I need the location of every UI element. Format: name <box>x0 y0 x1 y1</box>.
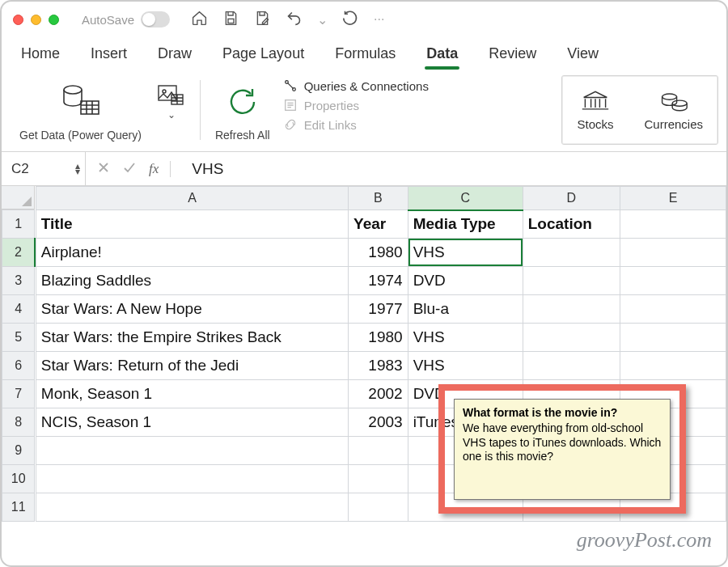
stocks-datatype-button[interactable]: Stocks <box>577 90 613 131</box>
select-all-corner[interactable] <box>2 186 35 209</box>
coins-icon <box>659 90 688 112</box>
autosave-toggle[interactable] <box>141 11 170 28</box>
formula-bar-row: C2 ▴▾ fx VHS <box>2 152 726 186</box>
watermark-text: groovyPost.com <box>577 528 712 552</box>
row-header-11[interactable]: 11 <box>2 493 35 522</box>
row-header-7[interactable]: 7 <box>2 380 35 408</box>
row-header-9[interactable]: 9 <box>2 437 35 465</box>
cell-A11[interactable] <box>36 493 348 522</box>
cell-C6[interactable]: VHS <box>408 352 523 380</box>
cell-A6[interactable]: Star Wars: Return of the Jedi <box>36 352 348 380</box>
currencies-datatype-button[interactable]: Currencies <box>644 90 703 131</box>
cell-E2[interactable] <box>620 239 726 267</box>
row-header-5[interactable]: 5 <box>2 324 35 352</box>
cell-B3[interactable]: 1974 <box>349 267 408 295</box>
row-header-10[interactable]: 10 <box>2 465 35 493</box>
cell-A3[interactable]: Blazing Saddles <box>36 267 348 295</box>
cell-A9[interactable] <box>36 437 348 465</box>
cell-E1[interactable] <box>620 210 726 239</box>
cell-A7[interactable]: Monk, Season 1 <box>36 380 348 408</box>
cell-A1[interactable]: Title <box>36 210 348 239</box>
cell-B2[interactable]: 1980 <box>349 239 408 267</box>
row-header-3[interactable]: 3 <box>2 267 35 295</box>
cell-B11[interactable] <box>349 493 408 522</box>
cell-A10[interactable] <box>36 465 348 493</box>
refresh-all-label: Refresh All <box>215 129 270 142</box>
col-header-A[interactable]: A <box>36 187 348 210</box>
edit-links-label: Edit Links <box>304 118 357 132</box>
cell-D1[interactable]: Location <box>523 210 620 239</box>
quick-access-toolbar: ⌄ ··· <box>191 10 384 30</box>
tab-home[interactable]: Home <box>19 42 61 66</box>
queries-connections-button[interactable]: Queries & Connections <box>283 78 429 93</box>
row-header-8[interactable]: 8 <box>2 408 35 437</box>
tab-view[interactable]: View <box>565 42 600 66</box>
tab-review[interactable]: Review <box>487 42 538 66</box>
minimize-window-button[interactable] <box>31 15 41 25</box>
enter-formula-icon[interactable] <box>123 161 136 177</box>
redo-icon[interactable] <box>342 10 359 30</box>
maximize-window-button[interactable] <box>49 15 59 25</box>
insert-function-icon[interactable]: fx <box>149 161 171 177</box>
cell-B1[interactable]: Year <box>349 210 408 239</box>
name-box[interactable]: C2 ▴▾ <box>2 152 86 186</box>
row-header-6[interactable]: 6 <box>2 352 35 380</box>
undo-dropdown-icon[interactable]: ⌄ <box>317 12 328 28</box>
col-header-D[interactable]: D <box>523 187 620 210</box>
tab-insert[interactable]: Insert <box>89 42 129 66</box>
cell-B5[interactable]: 1980 <box>349 324 408 352</box>
properties-label: Properties <box>304 99 359 112</box>
col-header-E[interactable]: E <box>620 187 726 210</box>
cell-C5[interactable]: VHS <box>408 324 523 352</box>
tab-formulas[interactable]: Formulas <box>333 42 397 66</box>
cell-A8[interactable]: NCIS, Season 1 <box>36 408 348 437</box>
cell-B4[interactable]: 1977 <box>349 295 408 324</box>
cell-C4[interactable]: Blu-a <box>408 295 523 324</box>
formula-bar-input[interactable]: VHS <box>182 160 726 178</box>
cell-B7[interactable]: 2002 <box>349 380 408 408</box>
tab-data[interactable]: Data <box>425 42 459 66</box>
cell-B6[interactable]: 1983 <box>349 352 408 380</box>
cell-C3[interactable]: DVD <box>408 267 523 295</box>
cell-D3[interactable] <box>523 267 620 295</box>
home-icon[interactable] <box>191 10 208 30</box>
col-header-C[interactable]: C <box>408 187 523 210</box>
refresh-all-button[interactable]: Refresh All <box>207 75 278 145</box>
row-header-2[interactable]: 2 <box>2 239 35 267</box>
save-icon[interactable] <box>222 10 239 30</box>
cancel-formula-icon[interactable] <box>97 161 110 177</box>
cell-D4[interactable] <box>523 295 620 324</box>
row-header-1[interactable]: 1 <box>2 210 35 239</box>
tab-draw[interactable]: Draw <box>156 42 193 66</box>
cell-C1[interactable]: Media Type <box>408 210 523 239</box>
save-as-icon[interactable] <box>254 10 271 30</box>
cell-A5[interactable]: Star Wars: the Empire Strikes Back <box>36 324 348 352</box>
cell-C2[interactable]: VHS <box>408 239 523 267</box>
undo-icon[interactable] <box>286 10 303 30</box>
cell-D2[interactable] <box>523 239 620 267</box>
cell-A4[interactable]: Star Wars: A New Hope <box>36 295 348 324</box>
tab-page-layout[interactable]: Page Layout <box>221 42 306 66</box>
ribbon-tabs: Home Insert Draw Page Layout Formulas Da… <box>2 37 726 72</box>
cell-B8[interactable]: 2003 <box>349 408 408 437</box>
window-controls <box>13 15 59 25</box>
from-picture-button[interactable]: ⌄ <box>150 75 193 145</box>
cell-E6[interactable] <box>620 352 726 380</box>
row-header-4[interactable]: 4 <box>2 295 35 324</box>
currencies-label: Currencies <box>644 117 703 131</box>
cell-B9[interactable] <box>349 437 408 465</box>
get-data-button[interactable]: Get Data (Power Query) <box>11 75 150 145</box>
chevron-down-icon: ⌄ <box>167 109 176 121</box>
cell-D6[interactable] <box>523 352 620 380</box>
cell-E4[interactable] <box>620 295 726 324</box>
cell-A2[interactable]: Airplane! <box>36 239 348 267</box>
more-icon[interactable]: ··· <box>374 12 384 27</box>
col-header-B[interactable]: B <box>349 187 408 210</box>
svg-rect-2 <box>81 101 99 114</box>
cell-E3[interactable] <box>620 267 726 295</box>
cell-D5[interactable] <box>523 324 620 352</box>
name-box-stepper[interactable]: ▴▾ <box>75 163 80 174</box>
close-window-button[interactable] <box>13 15 23 25</box>
cell-E5[interactable] <box>620 324 726 352</box>
cell-B10[interactable] <box>349 465 408 493</box>
